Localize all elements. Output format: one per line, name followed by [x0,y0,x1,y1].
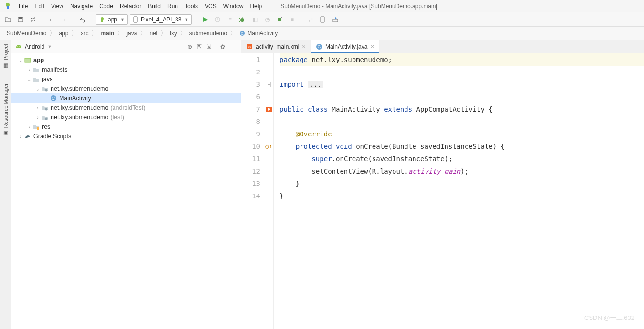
tree-item-app[interactable]: ⌄app [11,55,241,65]
tree-arrow-icon[interactable]: ⌄ [34,86,41,92]
tree-arrow-icon[interactable]: ⌄ [17,58,24,63]
gear-icon[interactable]: ✿ [218,42,228,51]
breadcrumb-segment[interactable]: submenudemo [187,29,229,38]
svg-rect-11 [333,19,338,22]
menu-view[interactable]: View [48,2,67,10]
menu-build[interactable]: Build [145,2,164,10]
editor-tab-activity_main-xml[interactable]: <>activity_main.xml× [241,40,311,53]
class-icon: C [50,94,57,102]
tree-item-net-lxy-submenudemo[interactable]: ⌄net.lxy.submenudemo [11,84,241,93]
editor-tab-mainactivity-java[interactable]: CMainActivity.java× [311,40,379,53]
code-line[interactable] [280,66,644,78]
code-line[interactable] [280,91,644,103]
code-line[interactable]: @Override [280,128,644,140]
tree-item-net-lxy-submenudemo[interactable]: ›net.lxy.submenudemo(androidTest) [11,103,241,113]
project-view-label[interactable]: Android [25,43,44,50]
collapse-icon[interactable]: ⇲ [204,42,214,51]
breadcrumb-segment[interactable]: main [99,29,116,38]
breadcrumb-separator: 〉 [160,29,167,38]
code-editor[interactable]: 12367891011121314 +○↑ package net.lxy.su… [241,53,644,329]
coverage-icon[interactable]: ◧ [249,14,260,25]
breadcrumb-segment[interactable]: java [125,29,139,38]
expand-icon[interactable]: ⇱ [195,42,204,51]
breadcrumb-separator: 〉 [140,29,146,38]
code-line[interactable]: super.onCreate(savedInstanceState); [280,153,644,165]
code-line[interactable]: import ... [280,78,644,91]
tree-item-manifests[interactable]: ›manifests [11,65,241,74]
project-tree[interactable]: ⌄app›manifests⌄java⌄net.lxy.submenudemoC… [11,53,241,329]
tree-item-mainactivity[interactable]: CMainActivity [11,93,241,103]
main-toolbar: ← → app ▼ Pixel_4_API_33 ▼ ≡ ◧ ◔ ■ ⇄ [0,12,644,27]
select-opened-file-icon[interactable]: ⊕ [185,42,195,51]
save-icon[interactable] [15,14,26,25]
open-icon[interactable] [3,14,13,25]
breadcrumb-segment[interactable]: SubMenuDemo [5,29,48,38]
code-line[interactable]: setContentView(R.layout.activity_main); [280,165,644,177]
resource-manager-tool-tab[interactable]: ▣Resource Manager [2,82,9,138]
tree-item-res[interactable]: ›res [11,122,241,132]
apply-changes-icon[interactable] [212,14,223,25]
menu-help[interactable]: Help [247,2,265,10]
sdk-manager-icon[interactable] [330,14,341,25]
device-manager-icon[interactable] [318,14,328,25]
undo-icon[interactable] [77,14,88,25]
tree-label: net.lxy.submenudemo [51,114,108,121]
menu-window[interactable]: Window [220,2,247,10]
hide-icon[interactable]: — [228,42,237,51]
code-line[interactable]: } [280,177,644,190]
code-line[interactable]: protected void onCreate(Bundle savedInst… [280,140,644,153]
tree-arrow-icon[interactable]: ⌄ [26,77,32,82]
debug-icon[interactable] [237,14,248,25]
menu-refactor[interactable]: Refactor [116,2,145,10]
menu-edit[interactable]: Edit [31,2,48,10]
tree-suffix: (androidTest) [110,104,145,111]
sync-icon[interactable] [28,14,38,25]
close-tab-icon[interactable]: × [302,43,306,50]
tree-arrow-icon[interactable]: › [26,124,32,130]
tree-item-java[interactable]: ⌄java [11,74,241,84]
vcs-icon[interactable]: ⇄ [305,14,316,25]
project-tool-tab[interactable]: ▦Project [2,42,9,70]
fold-expand-icon[interactable]: + [264,78,273,91]
code-line[interactable]: } [280,190,644,202]
menu-vcs[interactable]: VCS [201,2,220,10]
gutter-blank [264,128,273,140]
tree-arrow-icon[interactable]: › [26,67,32,72]
apply-code-icon[interactable]: ≡ [225,14,235,25]
run-config-selector[interactable]: app ▼ [96,14,128,25]
code-line[interactable] [280,115,644,128]
tree-arrow-icon[interactable]: › [17,134,24,139]
menu-navigate[interactable]: Navigate [67,2,96,10]
gutter-blank [264,190,273,202]
menu-run[interactable]: Run [164,2,181,10]
breadcrumb-segment[interactable]: net [147,29,159,38]
menu-file[interactable]: File [15,2,31,10]
tree-item-gradle-scripts[interactable]: ›Gradle Scripts [11,132,241,141]
line-number: 10 [241,140,260,153]
resource-manager-label: Resource Manager [3,83,9,128]
profile-icon[interactable]: ◔ [262,14,272,25]
code-line[interactable]: package net.lxy.submenudemo; [280,53,644,66]
run-icon[interactable] [200,14,210,25]
close-tab-icon[interactable]: × [370,43,374,50]
tree-arrow-icon[interactable]: › [34,105,41,111]
tree-label: res [42,123,50,130]
breadcrumb-segment[interactable]: lxy [168,29,179,38]
breadcrumb-segment[interactable]: CMainActivity [238,29,280,38]
chevron-down-icon: ▼ [120,17,125,22]
tree-arrow-icon[interactable]: › [34,115,41,120]
breadcrumb-segment[interactable]: src [79,29,90,38]
breadcrumb-segment[interactable]: app [57,29,70,38]
code-content[interactable]: package net.lxy.submenudemo; import ... … [274,53,644,329]
back-icon[interactable]: ← [46,14,57,25]
attach-debugger-icon[interactable] [274,14,285,25]
menu-tools[interactable]: Tools [181,2,201,10]
menu-code[interactable]: Code [96,2,116,10]
stop-icon[interactable]: ■ [287,14,297,25]
line-number: 9 [241,128,260,140]
chevron-down-icon[interactable]: ▼ [47,44,52,49]
code-line[interactable]: public class MainActivity extends AppCom… [280,103,644,115]
forward-icon[interactable]: → [59,14,69,25]
device-selector[interactable]: Pixel_4_API_33 ▼ [130,14,192,25]
tree-item-net-lxy-submenudemo[interactable]: ›net.lxy.submenudemo(test) [11,113,241,122]
